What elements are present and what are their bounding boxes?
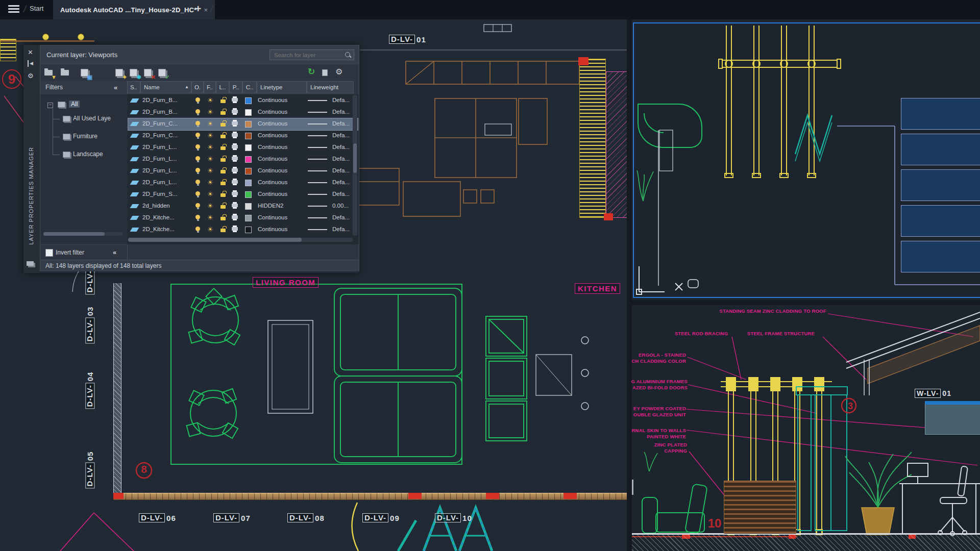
layer-freeze-icon[interactable]: ☀ [207, 190, 213, 198]
new-layer-vp-frozen-button[interactable]: ❋ [128, 67, 140, 79]
column-linetype[interactable]: Linetype [257, 81, 307, 93]
layer-freeze-icon[interactable]: ☀ [207, 167, 213, 174]
layer-states-manager-button[interactable]: ▣ [79, 67, 91, 79]
layer-freeze-icon[interactable]: ☀ [207, 226, 213, 233]
tree-h-scrollbar[interactable] [43, 232, 123, 236]
layer-color-swatch[interactable] [245, 203, 252, 210]
tree-item-all-used-layers[interactable]: All Used Laye [73, 115, 111, 122]
layer-plot-icon[interactable] [232, 180, 238, 184]
tree-item-landscape[interactable]: Landscape [73, 151, 103, 158]
layer-row[interactable]: 2D_Furn_L...☀ContinuousDefa... [128, 177, 358, 189]
layer-on-icon[interactable] [195, 203, 200, 208]
layer-freeze-icon[interactable]: ☀ [207, 96, 213, 104]
settings-gear-icon[interactable]: ⚙ [335, 67, 348, 78]
filters-collapse-icon[interactable]: « [114, 84, 117, 91]
layer-lock-icon[interactable] [220, 146, 226, 150]
layer-on-icon[interactable] [195, 180, 200, 184]
layer-freeze-icon[interactable]: ☀ [207, 155, 213, 163]
layer-on-icon[interactable] [195, 227, 200, 231]
layer-plot-icon[interactable] [232, 157, 238, 160]
layer-lock-icon[interactable] [220, 170, 226, 173]
layer-row[interactable]: 2d_hidden☀HIDDEN20.00... [128, 201, 358, 212]
palette-autohide-icon[interactable]: ◀ [28, 60, 33, 67]
layer-on-icon[interactable] [195, 156, 200, 161]
layer-color-swatch[interactable] [245, 180, 252, 186]
isolate-icon[interactable] [322, 69, 334, 81]
layer-lock-icon[interactable] [220, 182, 226, 185]
new-property-filter-button[interactable]: ▼ [43, 67, 56, 79]
elevation-viewport-top[interactable] [632, 19, 980, 301]
set-current-layer-button[interactable]: ✓ [157, 67, 169, 79]
tab-active-drawing[interactable]: Autodesk AutoCAD ...Tiny_House-2D_HC* × [53, 0, 215, 19]
layer-freeze-icon[interactable]: ☀ [207, 214, 213, 221]
layer-lock-icon[interactable] [220, 217, 226, 220]
refresh-icon[interactable]: ↻ [308, 66, 320, 78]
layer-plot-icon[interactable] [232, 227, 238, 231]
section-viewport[interactable] [629, 303, 980, 551]
column-plot[interactable]: P.. [229, 81, 242, 93]
layer-plot-icon[interactable] [232, 133, 238, 137]
layer-freeze-icon[interactable]: ☀ [207, 108, 213, 116]
layer-lock-icon[interactable] [220, 111, 226, 115]
layer-plot-icon[interactable] [232, 145, 238, 148]
search-icon[interactable] [345, 52, 350, 57]
layer-row[interactable]: 2D_Furn_B...☀ContinuousDefa... [128, 107, 358, 118]
column-color[interactable]: C.. [242, 81, 257, 93]
layer-on-icon[interactable] [195, 109, 200, 114]
layer-row[interactable]: 2D_Furn_C...☀ContinuousDefa... [128, 130, 358, 142]
layer-row[interactable]: 2D_Furn_S...☀ContinuousDefa... [128, 189, 358, 201]
layer-lock-icon[interactable] [220, 135, 226, 138]
tree-item-all[interactable]: All [69, 101, 80, 108]
layer-row[interactable]: 2D_Furn_L...☀ContinuousDefa... [128, 165, 358, 177]
layer-plot-icon[interactable] [232, 121, 238, 125]
layer-plot-icon[interactable] [232, 168, 238, 172]
layer-color-swatch[interactable] [245, 227, 252, 233]
layer-freeze-icon[interactable]: ☀ [207, 202, 213, 210]
layer-row[interactable]: 2D_Furn_B...☀ContinuousDefa... [128, 95, 358, 107]
layer-color-swatch[interactable] [245, 97, 252, 104]
layer-color-swatch[interactable] [245, 133, 252, 139]
layer-plot-icon[interactable] [232, 204, 238, 207]
delete-layer-button[interactable]: ✕ [142, 67, 155, 79]
tree-item-furniture[interactable]: Furniture [73, 133, 97, 140]
new-layer-button[interactable]: ✦ [114, 67, 126, 79]
layer-color-swatch[interactable] [245, 144, 252, 151]
layer-row[interactable]: 2D_Kitche...☀ContinuousDefa... [128, 212, 358, 224]
tab-start[interactable]: Start [30, 5, 43, 12]
column-name[interactable]: Name ▲ [140, 81, 191, 93]
layer-on-icon[interactable] [195, 133, 200, 137]
layer-row-selected[interactable]: 2D_Furn_C...☀ContinuousDefa... [128, 118, 358, 130]
layer-plot-icon[interactable] [232, 98, 238, 102]
layer-lock-icon[interactable] [220, 158, 226, 162]
table-h-scrollbar[interactable] [128, 238, 353, 242]
layer-row[interactable]: 2D_Kitche...☀ContinuousDefa... [128, 224, 358, 236]
layer-row[interactable]: 2D_Furn_L...☀ContinuousDefa... [128, 142, 358, 154]
layer-on-icon[interactable] [195, 191, 200, 196]
layer-on-icon[interactable] [195, 121, 200, 126]
palette-close-icon[interactable]: ✕ [28, 49, 33, 56]
layer-search-input[interactable] [270, 49, 354, 60]
tree-expand-box[interactable]: − [47, 103, 53, 108]
layer-row[interactable]: 2D_Furn_L...☀ContinuousDefa... [128, 154, 358, 165]
layer-color-swatch[interactable] [245, 168, 252, 174]
layer-lock-icon[interactable] [220, 123, 226, 127]
layer-color-swatch[interactable] [245, 121, 252, 128]
layer-plot-icon[interactable] [232, 110, 238, 113]
panel-collapse-icon[interactable]: « [113, 248, 116, 256]
layer-lock-icon[interactable] [220, 205, 226, 209]
table-v-scrollbar[interactable] [353, 95, 357, 236]
layer-color-swatch[interactable] [245, 109, 252, 116]
layer-plot-icon[interactable] [232, 192, 238, 195]
layer-on-icon[interactable] [195, 168, 200, 172]
layer-freeze-icon[interactable]: ☀ [207, 132, 213, 139]
layer-on-icon[interactable] [195, 97, 200, 102]
layer-color-swatch[interactable] [245, 191, 252, 198]
layer-on-icon[interactable] [195, 215, 200, 219]
column-lock[interactable]: L.. [216, 81, 229, 93]
column-freeze[interactable]: F.. [204, 81, 216, 93]
layer-plot-icon[interactable] [232, 215, 238, 219]
layer-color-swatch[interactable] [245, 215, 252, 221]
hamburger-menu-icon[interactable] [8, 5, 19, 13]
layer-on-icon[interactable] [195, 144, 200, 149]
column-on[interactable]: O. [191, 81, 204, 93]
